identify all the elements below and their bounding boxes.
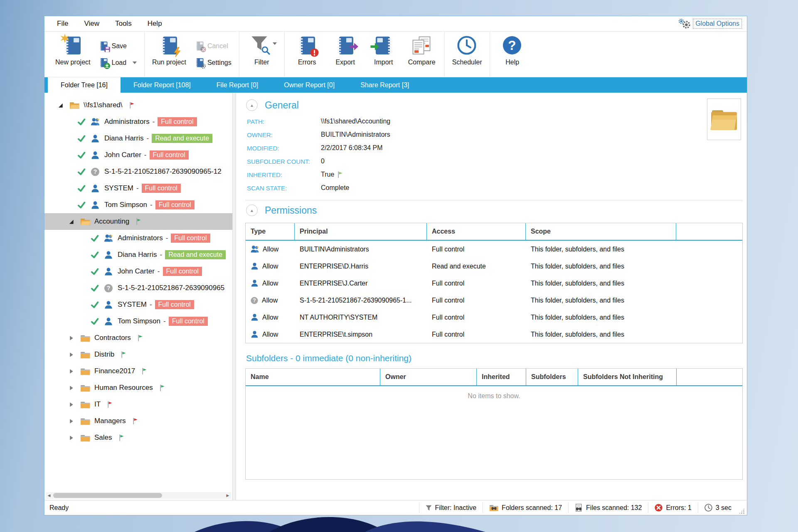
cancel-button[interactable]: Cancel: [195, 41, 232, 51]
tree-item-accounting-selected[interactable]: Accounting: [44, 213, 232, 230]
access-badge: Full control: [169, 317, 208, 326]
tree-item-root[interactable]: \\fs1\shared\: [44, 97, 232, 113]
tab-folder-report[interactable]: Folder Report [108]: [121, 77, 204, 93]
tree-item-principal[interactable]: John Carter - Full control: [44, 147, 232, 163]
column-inherited[interactable]: Inherited: [477, 369, 526, 385]
status-folders-scanned: Folders scanned: 17: [483, 502, 568, 513]
save-button[interactable]: Save: [99, 41, 137, 51]
global-options-button[interactable]: Global Options: [678, 18, 742, 29]
tree-item-folder[interactable]: Managers: [44, 413, 232, 429]
tree-item-principal[interactable]: Tom Simpson - Full control: [44, 313, 232, 330]
errors-button[interactable]: Errors: [288, 32, 326, 77]
menu-tools[interactable]: Tools: [115, 20, 132, 28]
scrollbar-track[interactable]: [52, 492, 224, 499]
new-project-button[interactable]: New project: [51, 32, 94, 77]
expander-closed-icon[interactable]: [68, 401, 75, 408]
green-flag-icon: [119, 434, 125, 441]
settings-button[interactable]: Settings: [195, 58, 232, 68]
column-subfolders[interactable]: Subfolders: [526, 369, 578, 385]
check-icon: [78, 201, 86, 209]
collapse-permissions-button[interactable]: ▲: [246, 204, 258, 216]
scrollbar-thumb[interactable]: [53, 493, 162, 498]
permission-row[interactable]: Allow NT AUTHORITY\SYSTEM Full control T…: [246, 309, 742, 326]
tree-item-folder[interactable]: Sales: [44, 429, 232, 446]
tab-owner-report[interactable]: Owner Report [0]: [271, 77, 347, 93]
tree-item-folder[interactable]: Human Resources: [44, 379, 232, 396]
tab-folder-tree[interactable]: Folder Tree [16]: [48, 77, 121, 93]
check-icon: [91, 284, 99, 292]
status-errors: Errors: 1: [648, 502, 697, 513]
tree-horizontal-scrollbar[interactable]: ◀ ▶: [46, 492, 231, 499]
permission-row[interactable]: Allow ENTERPRISE\D.Harris Read and execu…: [246, 258, 742, 275]
collapse-general-button[interactable]: ▲: [246, 99, 258, 111]
check-icon: [78, 185, 86, 192]
empty-placeholder: No items to show.: [246, 392, 742, 400]
scheduler-icon: [457, 36, 477, 56]
menu-help[interactable]: Help: [148, 20, 162, 28]
run-project-button[interactable]: Run project: [148, 32, 190, 77]
tree-item-folder[interactable]: Finance2017: [44, 363, 232, 379]
access-badge: Full control: [155, 300, 194, 309]
modified-value: 2/2/2017 6:08:34 PM: [321, 144, 743, 152]
load-button[interactable]: Load: [99, 58, 137, 68]
filter-dropdown-caret[interactable]: [273, 42, 277, 45]
scroll-right-arrow[interactable]: ▶: [224, 492, 231, 499]
tree-item-principal[interactable]: Diana Harris - Read and execute: [44, 246, 232, 263]
scroll-left-arrow[interactable]: ◀: [46, 492, 52, 499]
help-button[interactable]: Help: [493, 32, 532, 77]
menu-file[interactable]: File: [57, 20, 68, 28]
column-principal[interactable]: Principal: [295, 223, 427, 240]
check-icon: [91, 301, 99, 309]
column-access[interactable]: Access: [427, 223, 526, 240]
tree-item-folder[interactable]: Contractors: [44, 330, 232, 346]
expander-open-icon[interactable]: [57, 102, 64, 109]
permission-row[interactable]: Allow S-1-5-21-210521867-2639090965-1...…: [246, 292, 742, 309]
expander-closed-icon[interactable]: [68, 335, 75, 342]
user-icon: [90, 184, 100, 193]
column-scope[interactable]: Scope: [526, 223, 676, 240]
tree-item-principal[interactable]: SYSTEM - Full control: [44, 296, 232, 313]
folder-icon: [80, 433, 90, 442]
load-dropdown-caret[interactable]: [133, 62, 137, 64]
tree-item-folder[interactable]: Distrib: [44, 346, 232, 363]
subfolders-table-header: Name Owner Inherited Subfolders Subfolde…: [246, 369, 742, 386]
status-files-scanned: Files scanned: 132: [568, 502, 648, 513]
expander-closed-icon[interactable]: [68, 368, 75, 375]
tree-item-principal[interactable]: John Carter - Full control: [44, 263, 232, 280]
import-button[interactable]: Import: [365, 32, 403, 77]
access-badge: Full control: [142, 184, 181, 193]
tree-item-principal[interactable]: Tom Simpson - Full control: [44, 197, 232, 213]
status-filter: Filter: Inactive: [419, 502, 483, 513]
filter-button[interactable]: Filter: [243, 32, 281, 77]
tree-item-folder[interactable]: IT: [44, 396, 232, 413]
compare-button[interactable]: Compare: [403, 32, 441, 77]
expander-closed-icon[interactable]: [68, 351, 75, 358]
tree-item-principal[interactable]: Administrators - Full control: [44, 230, 232, 246]
export-button[interactable]: Export: [326, 32, 365, 77]
panel-splitter[interactable]: [232, 93, 236, 500]
folder-icon: [80, 334, 90, 342]
resize-grip[interactable]: [739, 508, 745, 514]
tab-share-report[interactable]: Share Report [3]: [347, 77, 422, 93]
permission-row[interactable]: Allow ENTERPRISE\t.simpson Full control …: [246, 326, 742, 343]
expander-closed-icon[interactable]: [68, 418, 75, 425]
permission-row[interactable]: Allow BUILTIN\Administrators Full contro…: [246, 241, 742, 258]
column-subfolders-not-inheriting[interactable]: Subfolders Not Inheriting: [578, 369, 677, 385]
menu-view[interactable]: View: [84, 20, 99, 28]
permission-row[interactable]: Allow ENTERPRISE\J.Carter Full control T…: [246, 275, 742, 292]
tree-item-principal[interactable]: S-1-5-21-210521867-2639090965-12: [44, 163, 232, 180]
tab-file-report[interactable]: File Report [0]: [204, 77, 271, 93]
folder-open-icon: [80, 217, 90, 226]
tree-item-principal[interactable]: S-1-5-21-210521867-2639090965: [44, 280, 232, 296]
tree-item-principal[interactable]: Diana Harris - Read and execute: [44, 130, 232, 147]
column-owner[interactable]: Owner: [380, 369, 477, 385]
expander-open-icon[interactable]: [68, 218, 75, 225]
permissions-table: Type Principal Access Scope Allow BUILTI…: [245, 223, 743, 343]
tree-item-principal[interactable]: SYSTEM - Full control: [44, 180, 232, 197]
column-name[interactable]: Name: [246, 369, 380, 385]
scheduler-button[interactable]: Scheduler: [448, 32, 486, 77]
column-type[interactable]: Type: [246, 223, 295, 240]
tree-item-principal[interactable]: Administrators - Full control: [44, 113, 232, 130]
expander-closed-icon[interactable]: [68, 434, 75, 441]
expander-closed-icon[interactable]: [68, 384, 75, 392]
